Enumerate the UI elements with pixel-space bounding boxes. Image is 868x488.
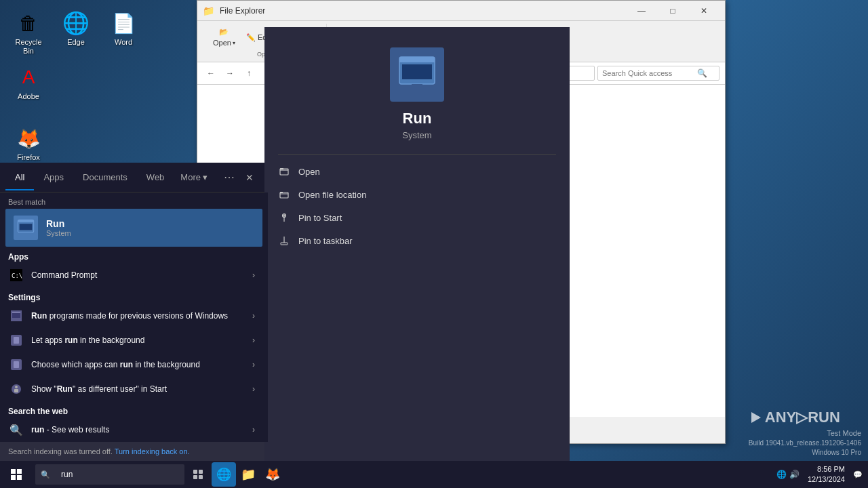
indexing-status-text: Search indexing was turned off. [8, 447, 113, 455]
maximize-button[interactable]: □ [657, 1, 688, 21]
web-search-item[interactable]: 🔍 run - See web results › [0, 418, 268, 442]
pin-start-label: Pin to Start [298, 213, 342, 223]
svg-rect-32 [11, 475, 16, 480]
taskbar-search-box[interactable]: 🔍 [35, 464, 184, 485]
web-section-title: Search the web [0, 401, 268, 418]
taskbar-search-input[interactable] [56, 464, 164, 485]
edit-icon: ✏️ [246, 33, 256, 42]
up-button[interactable]: ↑ [241, 65, 257, 81]
anyrun-mode: Test Mode [749, 428, 861, 439]
apps-section-title: Apps [0, 247, 268, 263]
search-icon: 🔍 [697, 68, 707, 78]
desktop-icon-adobe[interactable]: A Adobe [7, 61, 50, 104]
web-search-icon: 🔍 [8, 422, 24, 438]
desktop-icon-firefox[interactable]: 🦊 Firefox [7, 122, 50, 165]
taskbar-explorer-icon[interactable]: 📁 [236, 462, 260, 487]
run-detail-sub: System [402, 130, 431, 140]
pin-start-icon [278, 211, 290, 224]
network-icon[interactable]: 🌐 [776, 470, 787, 479]
adobe-icon: A [15, 64, 42, 91]
action-center-icon[interactable]: 💬 [853, 470, 863, 479]
tab-options-button[interactable]: ⋯ [218, 163, 240, 192]
settings-choose-apps-item[interactable]: Choose which apps can run in the backgro… [0, 352, 268, 377]
word-label: Word [115, 38, 132, 47]
svg-rect-1 [18, 220, 33, 222]
best-match-item[interactable]: Run System [5, 209, 262, 247]
folder-icon: 📁 [203, 5, 214, 16]
word-icon: 📄 [110, 9, 137, 37]
svg-rect-35 [199, 470, 203, 474]
more-label: More [180, 172, 201, 182]
cmd-icon: C:\ [8, 267, 24, 283]
tab-web[interactable]: Web [137, 164, 174, 190]
run-programs-text: Run programs made for previous versions … [31, 311, 241, 321]
taskbar-firefox-icon[interactable]: 🦊 [260, 462, 285, 487]
svg-rect-20 [280, 169, 288, 175]
more-arrow-icon: ▾ [203, 172, 208, 182]
svg-rect-36 [193, 475, 197, 479]
let-apps-arrow: › [248, 334, 260, 346]
desktop-icon-word[interactable]: 📄 Word [102, 7, 145, 49]
volume-icon[interactable]: 🔊 [789, 470, 800, 479]
taskbar-edge-icon[interactable]: 🌐 [212, 462, 236, 487]
anyrun-build: Build 19041.vb_release.191206-1406 [749, 439, 861, 448]
desktop-icon-recycle-bin[interactable]: 🗑 Recycle Bin [7, 7, 50, 58]
svg-marker-29 [751, 412, 761, 423]
start-button[interactable] [0, 461, 33, 488]
open-dropdown-button[interactable]: 📂 Open ▾ [208, 25, 240, 49]
action-pin-start[interactable]: Pin to Start [264, 206, 570, 229]
open-action-icon [278, 165, 290, 178]
run-panel-header: Run System [264, 27, 570, 154]
tab-apps[interactable]: Apps [34, 164, 73, 190]
tab-close-button[interactable]: ✕ [240, 164, 259, 191]
action-pin-taskbar[interactable]: Pin to taskbar [264, 229, 570, 252]
anyrun-watermark: ANY▷RUN Test Mode Build 19041.vb_release… [749, 407, 861, 458]
svg-rect-18 [412, 84, 422, 88]
settings-show-run-item[interactable]: Show "Run" as different user" in Start › [0, 377, 268, 401]
svg-rect-16 [399, 57, 435, 62]
settings-run-programs-item[interactable]: Run programs made for previous versions … [0, 304, 268, 328]
settings-let-apps-item[interactable]: Let apps run in the background › [0, 328, 268, 352]
forward-button[interactable]: → [222, 65, 238, 81]
svg-rect-7 [12, 312, 20, 313]
action-open[interactable]: Open [264, 160, 570, 183]
cmd-arrow-icon: › [248, 269, 260, 281]
file-explorer-titlebar: 📁 File Explorer — □ ✕ [197, 1, 725, 21]
minimize-button[interactable]: — [626, 1, 657, 21]
best-match-name: Run [46, 218, 254, 229]
open-location-icon [278, 188, 290, 201]
action-open-location[interactable]: Open file location [264, 183, 570, 206]
tab-all[interactable]: All [5, 164, 34, 190]
back-button[interactable]: ← [203, 65, 219, 81]
taskbar-clock[interactable]: 8:56 PM 12/13/2024 [808, 464, 845, 485]
desktop-icon-edge[interactable]: 🌐 Edge [54, 7, 98, 49]
run-programs-arrow: › [248, 310, 260, 322]
cmd-result-item[interactable]: C:\ Command Prompt › [0, 263, 268, 287]
tab-more[interactable]: More ▾ [174, 164, 214, 190]
tab-documents[interactable]: Documents [73, 164, 137, 190]
recycle-bin-label: Recycle Bin [9, 38, 47, 56]
taskbar: 🔍 🌐 📁 🦊 🌐 🔊 [0, 461, 868, 488]
task-view-button[interactable] [184, 461, 212, 488]
titlebar-controls: — □ ✕ [626, 1, 719, 21]
explorer-taskbar-icon: 📁 [241, 467, 256, 482]
taskbar-search-icon: 🔍 [41, 470, 50, 479]
best-match-text: Run System [46, 218, 254, 237]
file-explorer-title: File Explorer [220, 6, 626, 16]
search-results: Best match Run System Apps [0, 192, 268, 442]
settings-section-title: Settings [0, 287, 268, 304]
run-detail-icon [390, 47, 444, 102]
search-quick-access-input[interactable] [602, 69, 697, 77]
svg-rect-30 [11, 469, 16, 474]
close-button[interactable]: ✕ [688, 1, 719, 21]
show-run-text: Show "Run" as different user" in Start [31, 384, 241, 394]
web-search-text: run - See web results [31, 425, 241, 434]
svg-rect-17 [402, 64, 432, 79]
show-run-icon [8, 381, 24, 397]
choose-apps-arrow: › [248, 359, 260, 371]
edge-taskbar-icon: 🌐 [216, 467, 231, 482]
turn-indexing-link[interactable]: Turn indexing back on. [115, 447, 190, 455]
edge-label: Edge [67, 38, 85, 47]
svg-rect-19 [406, 88, 428, 90]
run-app-icon [14, 216, 38, 240]
